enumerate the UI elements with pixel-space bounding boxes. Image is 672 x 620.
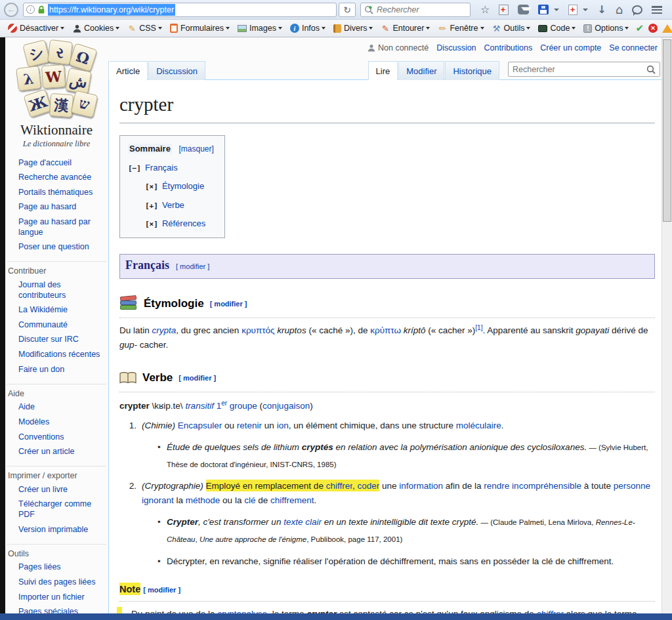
tab-lire[interactable]: Lire: [368, 61, 398, 80]
devbar-item-code[interactable]: Code: [535, 22, 579, 34]
wiktionary-logo[interactable]: シ ર Ω λ W ش Ж 漢 ש: [10, 41, 102, 146]
inline-link[interactable]: crypta: [152, 325, 177, 335]
inline-link[interactable]: coder: [357, 480, 379, 491]
sidebar-item-faire-un-don[interactable]: Faire un don: [7, 362, 106, 377]
search-icon[interactable]: [646, 65, 656, 74]
devbar-item-outils[interactable]: ⚒Outils: [489, 22, 534, 34]
sidebar-item-telecharger-comme-pdf[interactable]: Télécharger comme PDF: [7, 497, 106, 522]
inline-link[interactable]: Encapsuler: [178, 421, 222, 430]
toc-hide-link[interactable]: [masquer]: [179, 144, 214, 154]
sidebar-item-communaute[interactable]: Communauté: [7, 318, 106, 333]
devbar-item-css[interactable]: ✎CSS: [124, 22, 165, 34]
devbar-item-cookies[interactable]: Cookies: [69, 22, 123, 34]
toc-toggle-icon[interactable]: [×]: [145, 182, 158, 191]
page-scrollbar[interactable]: [662, 37, 672, 613]
scrollbar-thumb[interactable]: [663, 39, 671, 222]
sidebar-item-aide[interactable]: Aide: [7, 400, 106, 415]
back-button[interactable]: ←: [4, 3, 18, 17]
footnote-ref[interactable]: [1]: [475, 324, 482, 331]
browser-search-input[interactable]: [377, 5, 467, 14]
tab-modifier[interactable]: Modifier: [398, 61, 444, 80]
inline-link[interactable]: groupe: [227, 401, 257, 411]
language-name[interactable]: Français: [125, 256, 169, 276]
save-dropdown-caret-icon[interactable]: [554, 9, 559, 11]
personal-link-creer-un-compte[interactable]: Créer un compte: [540, 43, 601, 52]
inline-link[interactable]: texte clair: [284, 517, 322, 527]
inline-link[interactable]: κρύπτω: [370, 325, 401, 335]
devbar-item-entourer[interactable]: ✎Entourer: [377, 22, 433, 34]
devbar-item-formulaires[interactable]: Formulaires: [167, 22, 233, 34]
devbar-item-fenetre[interactable]: ✎Fenêtre: [434, 22, 487, 34]
sidebar-item-recherche-avancee[interactable]: Recherche avancée: [7, 171, 106, 186]
devbar-item-options[interactable]: !Options: [580, 22, 632, 34]
sidebar-item-creer-un-livre[interactable]: Créer un livre: [7, 482, 106, 497]
tab-discussion[interactable]: Discussion: [148, 61, 205, 80]
toc-toggle-icon[interactable]: [+]: [145, 201, 158, 210]
downloads-icon[interactable]: ↓: [597, 5, 606, 15]
wiki-search-input[interactable]: [513, 65, 646, 74]
sidebar-item-discuter-sur-irc[interactable]: Discuter sur IRC: [7, 333, 106, 348]
sidebar-item-pages-liees[interactable]: Pages liées: [7, 560, 106, 575]
sidebar-item-version-imprimable[interactable]: Version imprimable: [7, 522, 106, 537]
lock-icon[interactable]: [37, 5, 45, 14]
personal-link-se-connecter[interactable]: Se connecter: [609, 43, 658, 52]
modifier-link[interactable]: [ modifier ]: [178, 372, 216, 384]
inline-link[interactable]: chiffrer: [326, 480, 352, 491]
inline-link[interactable]: conjugaison: [262, 401, 310, 411]
wiki-search-box[interactable]: [508, 62, 660, 77]
site-info-icon[interactable]: i: [26, 5, 35, 14]
inline-link[interactable]: information: [399, 481, 443, 491]
sidebar-item-importer-un-fichier[interactable]: Importer un fichier: [7, 590, 106, 605]
sidebar-item-poser-une-question[interactable]: Poser une question: [7, 240, 106, 255]
sidebar-item-la-wikidemie[interactable]: La Wikidémie: [7, 303, 106, 318]
inline-link[interactable]: κρυπτός: [242, 325, 274, 335]
inline-link[interactable]: transitif: [185, 401, 214, 411]
bookmarks-sidebar-icon[interactable]: [499, 5, 509, 15]
tab-article[interactable]: Article: [108, 61, 148, 80]
inline-link[interactable]: 1: [214, 401, 221, 411]
tab-historique[interactable]: Historique: [445, 61, 499, 80]
devbar-item-divers[interactable]: Divers: [330, 22, 376, 34]
inline-link[interactable]: moléculaire: [456, 421, 501, 430]
modifier-link[interactable]: [ modifier ]: [176, 260, 209, 272]
devbar-item-infos[interactable]: iInfos: [287, 22, 329, 34]
sidebar-item-conventions[interactable]: Conventions: [7, 430, 106, 445]
home-icon[interactable]: ⌂: [616, 5, 623, 15]
modifier-link[interactable]: [ modifier ]: [143, 586, 180, 594]
sidebar-item-journal-des-contributeurs[interactable]: Journal des contributeurs: [7, 278, 106, 302]
warning-triangle-icon[interactable]: [662, 24, 672, 33]
menu-hamburger-icon[interactable]: [652, 6, 662, 14]
inline-link[interactable]: retenir: [237, 421, 262, 430]
sidebar-item-modeles[interactable]: Modèles: [7, 415, 106, 430]
personal-link-contributions[interactable]: Contributions: [484, 43, 533, 52]
error-circle-icon[interactable]: ✕: [648, 24, 658, 33]
toc-toggle-icon[interactable]: [−]: [128, 164, 141, 173]
modifier-link[interactable]: [ modifier ]: [210, 298, 247, 310]
addon-dropdown-caret-icon[interactable]: [583, 9, 588, 11]
chat-bubble-icon[interactable]: [632, 5, 642, 14]
addon-page-icon[interactable]: [568, 5, 578, 15]
sidebar-item-modifications-recentes[interactable]: Modifications récentes: [7, 348, 106, 363]
url-text[interactable]: https://fr.wiktionary.org/wiki/crypter: [48, 4, 175, 16]
browser-search-box[interactable]: [360, 3, 471, 17]
sidebar-item-page-daccueil[interactable]: Page d'accueil: [7, 155, 106, 171]
reload-button[interactable]: ↻: [339, 3, 356, 17]
sidebar-item-creer-un-article[interactable]: Créer un article: [7, 445, 106, 460]
inline-link[interactable]: méthode: [186, 495, 220, 505]
sidebar-item-page-au-hasard[interactable]: Page au hasard: [7, 200, 106, 215]
save-session-icon[interactable]: [538, 5, 549, 14]
inline-link[interactable]: rendre incompréhensible: [484, 481, 581, 491]
inline-link[interactable]: chiffrement: [270, 495, 314, 505]
inline-link[interactable]: clé: [244, 495, 255, 505]
sidebar-item-portails-thematiques[interactable]: Portails thématiques: [7, 185, 106, 200]
inline-link[interactable]: ion: [277, 421, 289, 430]
toc-toggle-icon[interactable]: [×]: [145, 220, 158, 228]
bookmark-star-icon[interactable]: ☆: [480, 5, 490, 15]
personal-link-discussion[interactable]: Discussion: [436, 43, 476, 52]
url-bar[interactable]: i https://fr.wiktionary.org/wiki/crypter: [23, 3, 337, 17]
valid-check-icon[interactable]: ✔: [635, 22, 644, 34]
sidebar-item-suivi-des-pages-liees[interactable]: Suivi des pages liées: [7, 575, 106, 590]
pocket-icon[interactable]: [518, 5, 529, 14]
sidebar-item-page-au-hasard-par-langue[interactable]: Page au hasard par langue: [7, 215, 106, 240]
devbar-item-images[interactable]: Images: [234, 22, 285, 34]
